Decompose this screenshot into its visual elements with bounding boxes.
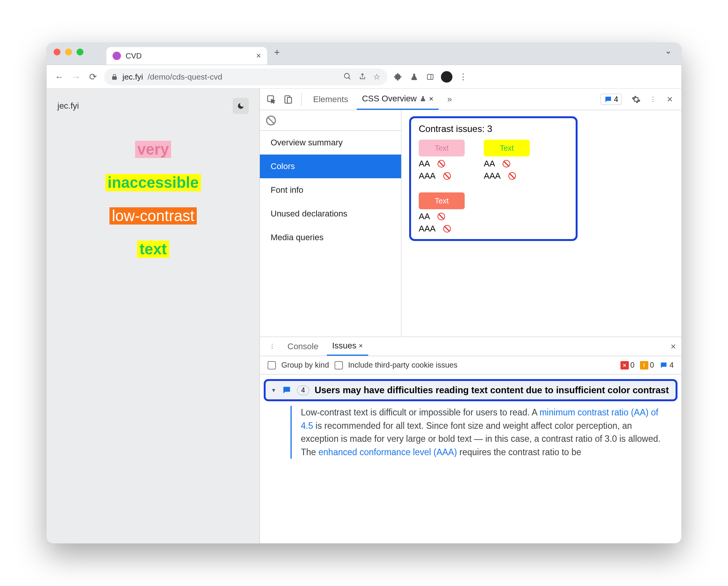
side-panel-icon[interactable] bbox=[425, 72, 436, 82]
browser-menu-icon[interactable]: ⋮ bbox=[458, 72, 468, 82]
sidebar-item-unused[interactable]: Unused declarations bbox=[260, 202, 401, 226]
url-host: jec.fyi bbox=[122, 72, 143, 81]
titlebar: CVD × + bbox=[47, 43, 681, 65]
sample-text-3: low-contrast bbox=[109, 207, 197, 225]
contrast-title: Contrast issues: 3 bbox=[419, 124, 568, 134]
contrast-issues-box: Contrast issues: 3 Text AA AAA Text AA A… bbox=[409, 116, 578, 241]
fail-icon bbox=[437, 160, 445, 168]
svg-rect-4 bbox=[287, 97, 292, 103]
third-party-label: Include third-party cookie issues bbox=[348, 361, 458, 370]
drawer-tab-issues[interactable]: Issues × bbox=[327, 337, 368, 356]
forward-button[interactable]: → bbox=[70, 71, 82, 83]
profile-avatar-icon[interactable] bbox=[441, 71, 452, 83]
error-icon: × bbox=[620, 361, 629, 370]
sample-text-2: inaccessible bbox=[105, 174, 201, 191]
drawer-tab-console[interactable]: Console bbox=[282, 337, 324, 356]
tab-css-overview[interactable]: CSS Overview × bbox=[357, 89, 439, 110]
link-aaa-level[interactable]: enhanced conformance level (AAA) bbox=[318, 447, 457, 457]
url-path: /demo/cds-quest-cvd bbox=[148, 72, 222, 81]
inspect-element-icon[interactable] bbox=[264, 93, 278, 106]
svg-point-0 bbox=[344, 73, 349, 78]
sidebar-item-overview[interactable]: Overview summary bbox=[260, 131, 401, 155]
close-drawer-icon[interactable]: × bbox=[671, 341, 676, 352]
css-overview-sidebar: Overview summary Colors Font info Unused… bbox=[260, 110, 402, 337]
fail-icon bbox=[443, 172, 451, 180]
webpage-viewport: jec.fyi very inaccessible low-contrast t… bbox=[47, 89, 260, 543]
fail-icon bbox=[437, 213, 445, 220]
group-by-kind-label: Group by kind bbox=[281, 361, 329, 370]
page-title: jec.fyi bbox=[57, 101, 79, 111]
favicon-icon bbox=[113, 52, 121, 60]
window-controls bbox=[54, 49, 83, 55]
fail-icon bbox=[503, 160, 510, 168]
issues-counter[interactable]: 4 bbox=[601, 94, 622, 105]
sidebar-item-colors[interactable]: Colors bbox=[260, 155, 401, 178]
browser-toolbar: ← → ⟳ jec.fyi/demo/cds-quest-cvd ☆ ⋮ bbox=[47, 65, 681, 89]
close-drawer-tab-icon[interactable]: × bbox=[359, 342, 363, 350]
devtools-tabbar: Elements CSS Overview × » 4 ⋮ × bbox=[260, 89, 681, 110]
theme-toggle-button[interactable] bbox=[233, 98, 249, 114]
css-overview-content: Contrast issues: 3 Text AA AAA Text AA A… bbox=[402, 110, 681, 337]
address-bar[interactable]: jec.fyi/demo/cds-quest-cvd ☆ bbox=[104, 68, 387, 85]
fail-icon bbox=[443, 225, 451, 233]
new-tab-icon[interactable]: + bbox=[274, 46, 280, 58]
tab-elements[interactable]: Elements bbox=[308, 89, 354, 110]
svg-rect-1 bbox=[428, 74, 433, 79]
sidebar-item-media[interactable]: Media queries bbox=[260, 226, 401, 249]
extensions-icon[interactable] bbox=[393, 72, 403, 82]
drawer-menu-icon[interactable]: ⋮ bbox=[265, 340, 279, 353]
browser-tab[interactable]: CVD × bbox=[106, 47, 267, 65]
contrast-swatch-2[interactable]: Text AA AAA bbox=[484, 140, 530, 181]
chat-icon bbox=[282, 385, 292, 395]
close-tab-icon[interactable]: × bbox=[256, 51, 261, 61]
lock-icon bbox=[111, 73, 118, 80]
tab-title: CVD bbox=[126, 52, 142, 60]
search-icon[interactable] bbox=[343, 72, 352, 81]
maximize-window-icon[interactable] bbox=[77, 49, 83, 55]
fail-icon bbox=[508, 172, 516, 180]
tab-list-chevron-icon[interactable] bbox=[664, 49, 672, 56]
error-count[interactable]: ×0 bbox=[620, 361, 635, 370]
contrast-swatch-3[interactable]: Text AA AAA bbox=[419, 192, 465, 234]
back-button[interactable]: ← bbox=[54, 71, 65, 83]
close-devtools-icon[interactable]: × bbox=[663, 93, 677, 106]
share-icon[interactable] bbox=[359, 72, 366, 81]
info-count[interactable]: 4 bbox=[659, 361, 674, 370]
devtools-drawer: ⋮ Console Issues × × Group by kind Inclu… bbox=[260, 337, 681, 543]
chat-icon bbox=[604, 95, 612, 104]
sample-text-1: very bbox=[135, 141, 171, 158]
browser-window: CVD × + ← → ⟳ jec.fyi/demo/cds-quest-cvd… bbox=[46, 42, 682, 544]
group-by-kind-checkbox[interactable] bbox=[268, 361, 276, 370]
warning-icon: ! bbox=[640, 361, 648, 370]
devtools-panel: Elements CSS Overview × » 4 ⋮ × Ov bbox=[260, 89, 681, 543]
issue-count-badge: 4 bbox=[297, 386, 309, 395]
issue-header[interactable]: ▼ 4 Users may have difficulties reading … bbox=[264, 379, 677, 401]
sidebar-item-font-info[interactable]: Font info bbox=[260, 178, 401, 202]
clear-icon[interactable] bbox=[266, 116, 276, 125]
labs-flask-icon[interactable] bbox=[409, 72, 419, 82]
devtools-menu-icon[interactable]: ⋮ bbox=[646, 93, 660, 106]
bookmark-star-icon[interactable]: ☆ bbox=[373, 72, 380, 81]
disclosure-triangle-icon[interactable]: ▼ bbox=[271, 387, 276, 393]
contrast-swatch-1[interactable]: Text AA AAA bbox=[419, 140, 465, 181]
minimize-window-icon[interactable] bbox=[65, 49, 72, 55]
device-toggle-icon[interactable] bbox=[281, 93, 295, 106]
close-panel-icon[interactable]: × bbox=[429, 94, 434, 103]
third-party-checkbox[interactable] bbox=[335, 361, 343, 370]
reload-button[interactable]: ⟳ bbox=[87, 71, 99, 83]
close-window-icon[interactable] bbox=[54, 49, 60, 55]
issue-description: Low-contrast text is difficult or imposs… bbox=[291, 406, 670, 459]
sample-text-4: text bbox=[137, 241, 169, 258]
issue-title: Users may have difficulties reading text… bbox=[315, 385, 670, 396]
settings-gear-icon[interactable] bbox=[629, 93, 643, 106]
warning-count[interactable]: !0 bbox=[640, 361, 654, 370]
flask-icon bbox=[420, 95, 426, 102]
chat-icon bbox=[659, 361, 668, 370]
more-tabs-icon[interactable]: » bbox=[442, 89, 457, 110]
